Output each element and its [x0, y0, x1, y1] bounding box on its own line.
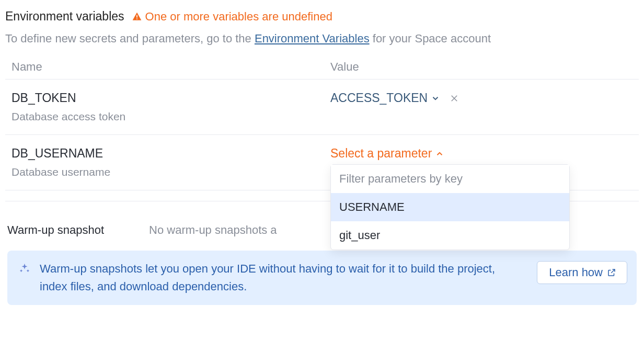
env-desc: Database username — [12, 166, 330, 178]
callout-text: Warm-up snapshots let you open your IDE … — [40, 260, 527, 296]
value-text: ACCESS_TOKEN — [330, 91, 428, 105]
dropdown-option-git-user[interactable]: git_user — [331, 221, 569, 250]
dropdown-option-username[interactable]: USERNAME — [331, 193, 569, 221]
warmup-title: Warm-up snapshot — [7, 223, 104, 237]
learn-how-button[interactable]: Learn how — [537, 261, 627, 284]
env-name: DB_TOKEN — [12, 91, 330, 105]
warning-icon — [132, 12, 142, 22]
parameter-dropdown: USERNAME git_user — [330, 164, 570, 250]
external-link-icon — [607, 268, 616, 277]
clear-value-button[interactable] — [450, 94, 459, 103]
col-header-name: Name — [12, 60, 330, 74]
section-title: Environment variables — [5, 9, 124, 24]
svg-rect-0 — [136, 15, 137, 17]
env-vars-link[interactable]: Environment Variables — [255, 32, 370, 45]
env-name: DB_USERNAME — [12, 146, 330, 161]
env-row-db-username: DB_USERNAME Database username Select a p… — [5, 135, 639, 190]
table-header: Name Value — [5, 56, 639, 80]
env-desc: Database access token — [12, 110, 330, 123]
value-placeholder-text: Select a parameter — [330, 146, 432, 161]
help-text-pre: To define new secrets and parameters, go… — [5, 32, 255, 45]
chevron-down-icon — [431, 94, 440, 103]
chevron-up-icon — [435, 149, 444, 159]
warning-text: One or more variables are undefined — [145, 10, 332, 24]
help-text-post: for your Space account — [370, 32, 491, 45]
learn-how-label: Learn how — [549, 266, 603, 279]
env-row-db-token: DB_TOKEN Database access token ACCESS_TO… — [5, 80, 639, 135]
value-select-db-username[interactable]: Select a parameter — [330, 146, 444, 161]
value-select-db-token[interactable]: ACCESS_TOKEN — [330, 91, 440, 105]
help-text: To define new secrets and parameters, go… — [5, 30, 632, 48]
warmup-callout: Warm-up snapshots let you open your IDE … — [7, 251, 637, 305]
warmup-empty-text: No warm-up snapshots a — [149, 223, 277, 237]
svg-rect-1 — [136, 18, 137, 19]
filter-input[interactable] — [331, 165, 569, 193]
col-header-value: Value — [330, 60, 639, 74]
sparkle-icon — [19, 263, 30, 274]
